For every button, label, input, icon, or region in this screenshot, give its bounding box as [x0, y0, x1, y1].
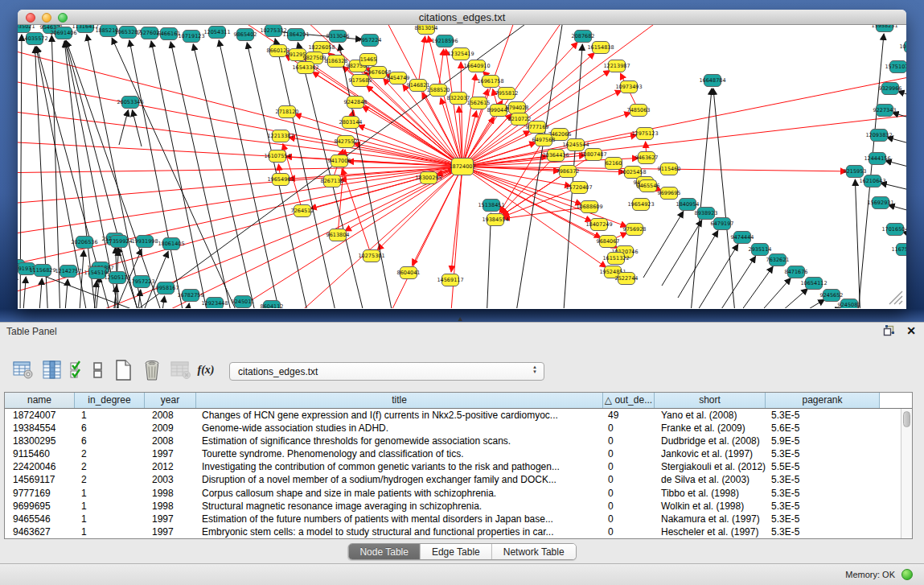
cell-pagerank[interactable]: 5.3E-5 — [766, 513, 880, 525]
graph-edge[interactable] — [889, 205, 906, 217]
graph-node[interactable]: 9465546 — [637, 180, 660, 192]
graph-edge[interactable] — [132, 110, 142, 146]
graph-node[interactable]: 8604112 — [261, 301, 284, 309]
graph-node[interactable]: 16154838 — [587, 42, 614, 54]
cell-name[interactable]: 18724007 — [5, 409, 75, 422]
graph-node[interactable]: 17957223 — [128, 276, 154, 288]
cell-year[interactable]: 1998 — [145, 500, 196, 513]
float-panel-icon[interactable] — [883, 325, 895, 336]
cell-in_degree[interactable]: 6 — [75, 422, 145, 435]
cell-title[interactable]: Genome-wide association studies in ADHD. — [196, 422, 603, 435]
table-row[interactable]: 1456911722003Disruption of a novel membe… — [5, 473, 912, 486]
graph-node[interactable]: 16961758 — [477, 76, 503, 88]
graph-node[interactable]: 15692931 — [867, 197, 893, 209]
graph-node[interactable]: 12213987 — [603, 60, 630, 72]
graph-node[interactable]: 18035021 — [18, 25, 35, 33]
graph-node[interactable]: 7264512 — [291, 205, 314, 217]
cell-in_degree[interactable]: 1 — [75, 525, 145, 538]
graph-edge[interactable] — [662, 220, 702, 286]
graph-edge[interactable] — [161, 296, 165, 308]
graph-node[interactable]: 15958231 — [871, 25, 897, 32]
cell-pagerank[interactable]: 5.9E-5 — [766, 435, 880, 447]
graph-node[interactable]: 9175685 — [349, 75, 372, 87]
column-header-out_de[interactable]: △ out_de... — [603, 393, 655, 408]
graph-node[interactable]: 8604041 — [397, 267, 421, 279]
graph-node[interactable]: 17016504 — [881, 224, 906, 236]
graph-node[interactable]: 9684067 — [597, 236, 620, 248]
delete-table-disabled-icon[interactable] — [169, 359, 193, 381]
cell-in_degree[interactable]: 1 — [75, 500, 145, 513]
graph-edge[interactable] — [503, 187, 579, 216]
cell-pagerank[interactable]: 5.3E-5 — [766, 473, 880, 486]
cell-year[interactable]: 2008 — [145, 435, 196, 447]
graph-node[interactable]: 1840954 — [676, 199, 700, 211]
cell-name[interactable]: 22420046 — [5, 460, 75, 473]
cell-out_de[interactable]: 0 — [603, 447, 655, 460]
table-row[interactable]: 946362711997Embryonic stem cells: a mode… — [5, 525, 912, 538]
cell-in_degree[interactable]: 2 — [75, 473, 145, 486]
graph-node[interactable]: 8427552 — [335, 136, 358, 148]
graph-node[interactable]: 7957224 — [359, 35, 382, 47]
cell-out_de[interactable]: 0 — [603, 513, 655, 525]
graph-edge[interactable] — [345, 167, 462, 231]
graph-node[interactable]: 18724007 — [449, 159, 475, 175]
graph-node[interactable]: 9865402 — [234, 29, 257, 41]
cell-out_de[interactable]: 0 — [603, 500, 655, 513]
cell-name[interactable]: 18300295 — [5, 435, 75, 447]
cell-out_de[interactable]: 0 — [603, 460, 655, 473]
scrollbar-thumb[interactable] — [903, 411, 910, 427]
cell-short[interactable]: de Silva et al. (2003) — [655, 473, 766, 486]
graph-node[interactable]: 12444156 — [864, 153, 890, 165]
graph-edge[interactable] — [887, 138, 906, 150]
graph-node[interactable]: 12923448 — [201, 298, 228, 309]
graph-node[interactable]: 2718120 — [276, 106, 299, 118]
graph-edge[interactable] — [893, 113, 906, 125]
cell-year[interactable]: 2012 — [145, 460, 196, 473]
table-row[interactable]: 1830029562008Estimation of significance … — [5, 435, 912, 447]
vertical-scrollbar[interactable] — [901, 409, 912, 538]
graph-edge[interactable] — [112, 38, 241, 308]
graph-edge[interactable] — [363, 106, 462, 167]
graph-edge[interactable] — [897, 91, 906, 103]
cell-short[interactable]: Tibbo et al. (1998) — [655, 487, 766, 500]
graph-node[interactable]: 16648784 — [699, 75, 725, 87]
close-panel-icon[interactable]: ✕ — [906, 325, 916, 336]
graph-node[interactable]: 12975123 — [631, 128, 658, 140]
graph-node[interactable]: 9699695 — [658, 187, 681, 200]
cell-pagerank[interactable]: 5.3E-5 — [766, 525, 880, 538]
graph-node[interactable]: 62160 — [606, 158, 622, 170]
table-settings-icon[interactable] — [11, 359, 35, 381]
graph-node[interactable]: 14035572 — [21, 33, 47, 45]
graph-node[interactable]: 9777169 — [526, 122, 549, 134]
cell-title[interactable]: Tourette syndrome. Phenomenology and cla… — [196, 447, 603, 460]
graph-node[interactable]: 16640910 — [463, 60, 490, 72]
graph-node[interactable]: 16107554 — [264, 150, 290, 163]
cell-in_degree[interactable]: 2 — [75, 460, 145, 473]
graph-edge[interactable] — [193, 44, 257, 308]
cell-title[interactable]: Investigating the contribution of common… — [196, 460, 603, 473]
graph-edge[interactable] — [770, 289, 807, 308]
graph-node[interactable]: 2803144 — [339, 117, 363, 129]
cell-pagerank[interactable]: 5.3E-5 — [766, 500, 880, 513]
graph-edge[interactable] — [787, 299, 824, 308]
graph-node[interactable]: 10275301 — [358, 250, 384, 262]
graph-node[interactable]: 8215953 — [844, 166, 867, 178]
graph-node[interactable]: 10460954 — [899, 41, 906, 53]
cell-out_de[interactable]: 49 — [603, 409, 655, 422]
graph-edge[interactable] — [462, 25, 659, 167]
function-icon[interactable]: f(x) — [198, 359, 214, 381]
cell-pagerank[interactable]: 5.3E-5 — [766, 409, 880, 422]
graph-node[interactable]: 15138451 — [478, 200, 504, 212]
graph-edge[interactable] — [72, 167, 462, 308]
graph-node[interactable]: 19958167 — [152, 282, 179, 295]
graph-edge[interactable] — [119, 110, 128, 145]
graph-node[interactable]: 12054311 — [203, 27, 230, 39]
graph-edge[interactable] — [451, 167, 462, 272]
graph-edge[interactable] — [129, 40, 185, 308]
graph-edge[interactable] — [18, 44, 462, 167]
cell-year[interactable]: 1998 — [145, 487, 196, 500]
cell-name[interactable]: 19384554 — [5, 422, 75, 435]
select-all-check-icon[interactable] — [69, 359, 85, 381]
graph-node[interactable]: 6794028 — [506, 102, 529, 114]
graph-edge[interactable] — [713, 89, 736, 308]
